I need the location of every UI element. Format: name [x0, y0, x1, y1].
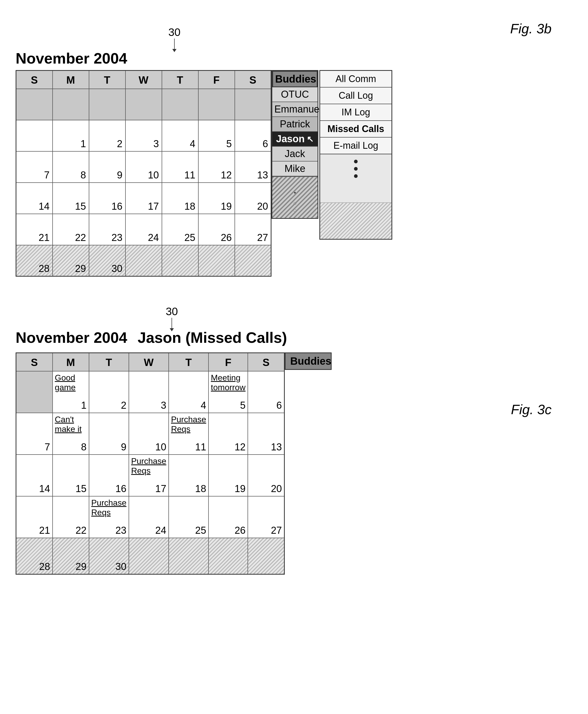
- dot-bullets-area: [320, 154, 392, 202]
- col-header-t1: T: [89, 70, 125, 89]
- table-row: 7 8 9 10 11 12 13: [16, 151, 271, 183]
- col-header-f1: F: [198, 70, 235, 89]
- table-row: 21 22 23 24 25 26 27: [16, 214, 271, 245]
- buddies-panel[interactable]: Buddies OTUC Emmanuel Patrick Jason ↖ Ja…: [272, 70, 318, 219]
- buddies-item-patrick[interactable]: Patrick: [272, 117, 318, 132]
- dot-3: [354, 174, 358, 178]
- fig-label-3b: Fig. 3b: [510, 21, 551, 37]
- buddies-header[interactable]: Buddies: [272, 71, 318, 87]
- cursor-icon: ↖: [307, 134, 314, 144]
- event-cant-make-it: Can'tmake it: [55, 415, 87, 434]
- col-header-w1: W: [125, 70, 162, 89]
- comm-item-emaillog[interactable]: E-mail Log: [320, 138, 392, 154]
- buddies-item-jason[interactable]: Jason ↖: [272, 132, 318, 147]
- comm-log-panel: All Comm Call Log IM Log Missed Calls E-…: [319, 70, 392, 240]
- col-header-t2: T: [162, 70, 198, 89]
- col-w: W: [129, 353, 169, 371]
- table-row: Goodgame 1 2 3 4 Meetingtomorrow 5 6: [16, 371, 285, 413]
- col-m: M: [52, 353, 89, 371]
- comm-item-calllog[interactable]: Call Log: [320, 87, 392, 104]
- col-t1: T: [89, 353, 129, 371]
- table-row: 14 15 16 PurchaseReqs 17 18 19 20: [16, 454, 285, 496]
- table-row: 28 29 30: [16, 538, 285, 574]
- annotation-30-label: 30: [168, 26, 181, 39]
- buddies-item-otuc[interactable]: OTUC: [272, 87, 318, 102]
- buddies-item-emmanuel[interactable]: Emmanuel: [272, 102, 318, 117]
- buddies-image-area: • ○ ○: [272, 176, 318, 218]
- col-header-s2: S: [235, 70, 271, 89]
- table-row: 1 2 3 4 5 6: [16, 120, 271, 151]
- col-header-m1: M: [52, 70, 89, 89]
- event-purchase-reqs-23: PurchaseReqs: [91, 498, 126, 517]
- comm-item-imlog[interactable]: IM Log: [320, 104, 392, 121]
- col-header-s1: S: [16, 70, 52, 89]
- calendar-3c: S M T W T F S Goodgame: [16, 352, 285, 575]
- col-s2: S: [248, 353, 284, 371]
- event-meeting-tomorrow: Meetingtomorrow: [211, 373, 246, 392]
- annotation-30-label-3c: 30: [166, 305, 178, 318]
- col-f: F: [209, 353, 248, 371]
- jason-label: Jason: [276, 134, 305, 145]
- table-row: 7 Can'tmake it 8 9 10 PurchaseReqs 11 12…: [16, 413, 285, 454]
- calendar-3b: S M T W T F S: [16, 70, 272, 277]
- month-title-3b: November 2004: [16, 49, 572, 67]
- buddies-btn-3c[interactable]: Buddies: [285, 352, 332, 370]
- event-purchase-reqs-11: PurchaseReqs: [171, 415, 206, 434]
- month-title-3c: November 2004: [16, 329, 127, 346]
- dot-1: [354, 160, 358, 163]
- fig-label-3c: Fig. 3c: [511, 402, 551, 417]
- event-good-game: Goodgame: [55, 373, 87, 392]
- table-row: 28 29 30: [16, 245, 271, 277]
- table-row: 21 22 PurchaseReqs 23 24 25 26 27: [16, 496, 285, 538]
- col-s: S: [16, 353, 52, 371]
- comm-item-allcomm[interactable]: All Comm: [320, 71, 392, 87]
- col-t2: T: [169, 353, 209, 371]
- dot-2: [354, 167, 358, 170]
- subtitle-3c: Jason (Missed Calls): [138, 329, 287, 346]
- buddies-item-mike[interactable]: Mike: [272, 162, 318, 176]
- buddies-item-jack[interactable]: Jack: [272, 147, 318, 162]
- comm-item-missedcalls[interactable]: Missed Calls: [320, 121, 392, 138]
- comm-shaded-area: [320, 202, 392, 239]
- table-row: [16, 89, 271, 120]
- table-row: 14 15 16 17 18 19 20: [16, 183, 271, 214]
- event-purchase-reqs-17: PurchaseReqs: [131, 456, 166, 476]
